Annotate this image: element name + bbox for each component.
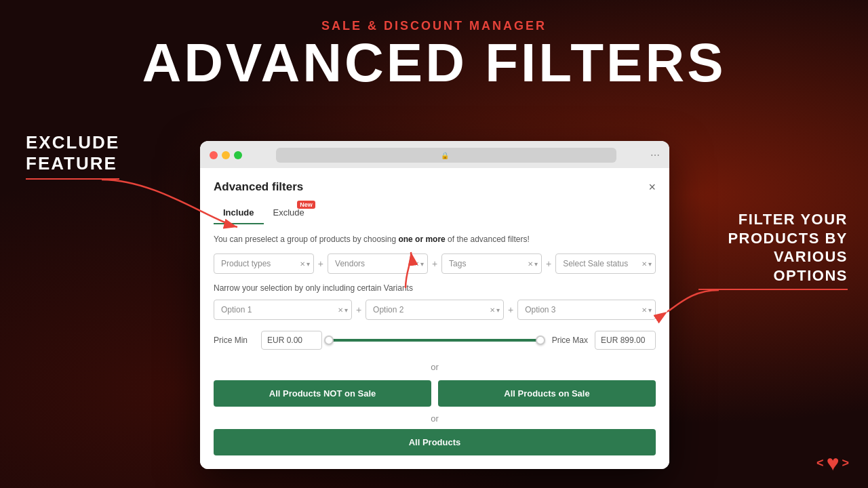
tags-select[interactable]: Tags <box>441 253 542 274</box>
right-label: FILTER YOUR PRODUCTS BY VARIOUS OPTIONS <box>698 210 848 290</box>
traffic-lights <box>210 151 242 159</box>
lock-icon: 🔒 <box>441 152 449 159</box>
filter-description: You can preselect a group of products by… <box>214 234 656 245</box>
minimize-traffic-light[interactable] <box>222 151 230 159</box>
top-title-area: SALE & DISCOUNT MANAGER ADVANCED FILTERS <box>0 0 868 90</box>
arrow-right <box>666 283 720 317</box>
price-slider[interactable] <box>329 333 540 347</box>
option2-select[interactable]: Option 2 <box>366 300 504 320</box>
right-label-text: FILTER YOUR PRODUCTS BY VARIOUS OPTIONS <box>698 210 848 285</box>
option1-wrapper: Option 1 ✕ ▾ <box>214 300 352 320</box>
divider-or-2: or <box>214 413 656 424</box>
content-wrapper: SALE & DISCOUNT MANAGER ADVANCED FILTERS… <box>0 0 868 488</box>
right-label-underline <box>698 289 848 290</box>
right-chevron-icon: > <box>842 456 849 470</box>
close-button[interactable]: × <box>648 181 656 193</box>
sale-status-wrapper: Select Sale status ✕ ▾ <box>555 253 656 274</box>
modal-window: 🔒 ⋯ Advanced filters × Include Exclude N… <box>200 141 669 469</box>
separator-2: + <box>432 258 437 269</box>
tags-wrapper: Tags ✕ ▾ <box>441 253 542 274</box>
price-max-input[interactable] <box>595 331 656 350</box>
heart-icon: ♥ <box>826 451 839 476</box>
product-types-select[interactable]: Product types <box>214 253 314 274</box>
all-products-on-sale-button[interactable]: All Products on Sale <box>438 380 656 407</box>
filter-row-variants: Option 1 ✕ ▾ + Option 2 ✕ ▾ <box>214 300 656 320</box>
modal-content: Advanced filters × Include Exclude New Y… <box>200 168 669 469</box>
separator-3: + <box>546 258 551 269</box>
action-buttons: All Products NOT on Sale All Products on… <box>214 380 656 407</box>
browser-menu-icon[interactable]: ⋯ <box>650 150 660 161</box>
divider-or-1: or <box>214 362 656 372</box>
browser-chrome: 🔒 ⋯ <box>200 141 669 168</box>
all-products-button[interactable]: All Products <box>214 429 656 455</box>
new-badge: New <box>297 201 315 209</box>
slider-thumb-right[interactable] <box>536 336 545 345</box>
tab-exclude[interactable]: Exclude New <box>264 203 314 224</box>
variants-label: Narrow your selection by only including … <box>214 283 656 293</box>
tabs-container: Include Exclude New <box>214 203 656 224</box>
product-types-wrapper: Product types ✕ ▾ <box>214 253 314 274</box>
separator-5: + <box>508 304 513 315</box>
option3-select[interactable]: Option 3 <box>517 300 656 320</box>
separator-1: + <box>318 258 323 269</box>
separator-4: + <box>356 304 361 315</box>
slider-thumb-left[interactable] <box>324 336 334 345</box>
left-label-text: EXCLUDE FEATURE <box>26 132 119 174</box>
price-min-label: Price Min <box>214 336 254 345</box>
price-min-input[interactable] <box>261 331 322 350</box>
option1-select[interactable]: Option 1 <box>214 300 352 320</box>
maximize-traffic-light[interactable] <box>234 151 242 159</box>
arrow-exclude <box>102 173 251 234</box>
subtitle: SALE & DISCOUNT MANAGER <box>0 19 868 33</box>
price-range-row: Price Min Price Max <box>214 331 656 350</box>
sale-status-select[interactable]: Select Sale status <box>555 253 656 274</box>
modal-header: Advanced filters × <box>214 180 656 194</box>
url-bar: 🔒 <box>276 148 616 163</box>
arrow-variants <box>385 251 426 291</box>
price-max-label: Price Max <box>547 336 588 345</box>
option2-wrapper: Option 2 ✕ ▾ <box>366 300 504 320</box>
close-traffic-light[interactable] <box>210 151 218 159</box>
filter-row-main: Product types ✕ ▾ + Vendors ✕ ▾ <box>214 253 656 274</box>
all-products-not-on-sale-button[interactable]: All Products NOT on Sale <box>214 380 431 407</box>
slider-track <box>329 339 540 342</box>
main-title: ADVANCED FILTERS <box>0 36 868 90</box>
option3-wrapper: Option 3 ✕ ▾ <box>517 300 656 320</box>
left-chevron-icon: < <box>816 456 824 470</box>
heart-logo: < ♥ > <box>816 451 849 476</box>
